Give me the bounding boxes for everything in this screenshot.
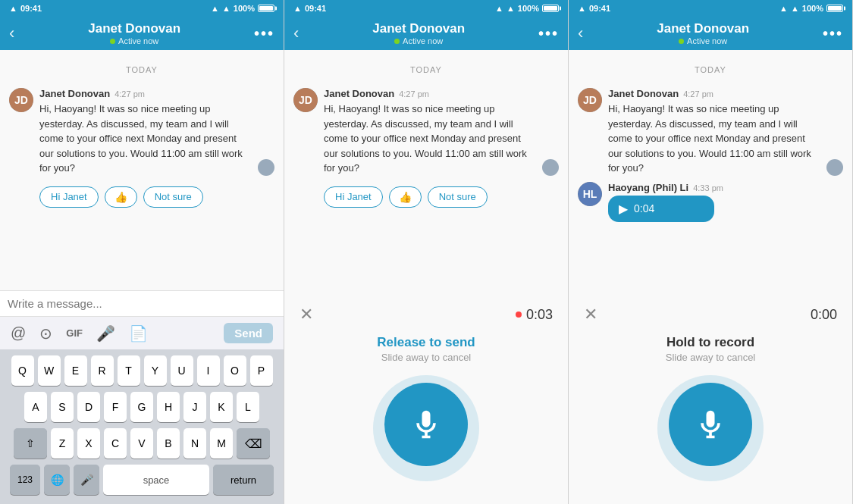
more-button-3[interactable]: ••• bbox=[823, 25, 843, 42]
file-icon[interactable]: 📄 bbox=[129, 324, 148, 343]
key-q[interactable]: Q bbox=[11, 355, 34, 386]
quick-reply-thumbs-up-2[interactable]: 👍 bbox=[389, 186, 422, 208]
contact-name-3: Janet Donovan bbox=[657, 21, 749, 36]
timer-label-2: 0:03 bbox=[526, 307, 553, 323]
cancel-recording-2[interactable]: ✕ bbox=[299, 305, 313, 324]
release-label: Release to send bbox=[377, 335, 475, 350]
key-globe[interactable]: 🌐 bbox=[44, 465, 70, 495]
quick-reply-thumbs-up[interactable]: 👍 bbox=[105, 186, 137, 208]
key-f[interactable]: F bbox=[104, 392, 127, 422]
key-n[interactable]: N bbox=[183, 428, 206, 459]
contact-status-3: Active now bbox=[679, 36, 727, 45]
panel-1: ▲ 09:41 ▲ ▲ 100% ‹ Janet Donovan Active … bbox=[0, 0, 284, 504]
time-3a: 4:27 pm bbox=[683, 89, 713, 99]
status-left: ▲ 09:41 bbox=[9, 4, 42, 13]
time-label-3: 09:41 bbox=[589, 4, 610, 13]
status-right: ▲ ▲ 100% bbox=[211, 4, 274, 13]
key-a[interactable]: A bbox=[24, 392, 47, 422]
key-r[interactable]: R bbox=[91, 355, 114, 386]
wifi-icon: ▲ bbox=[9, 4, 17, 13]
read-avatar-2 bbox=[542, 159, 559, 176]
keyboard-row-3: ⇧ Z X C V B N M ⌫ bbox=[3, 428, 281, 459]
panel1-header: ▲ 09:41 ▲ ▲ 100% ‹ Janet Donovan Active … bbox=[0, 0, 284, 50]
battery-label: 100% bbox=[234, 4, 255, 13]
key-t[interactable]: T bbox=[118, 355, 140, 386]
key-k[interactable]: K bbox=[210, 392, 233, 422]
mic-svg-3 bbox=[694, 408, 727, 441]
key-z[interactable]: Z bbox=[51, 428, 74, 459]
key-b[interactable]: B bbox=[157, 428, 180, 459]
key-p[interactable]: P bbox=[250, 355, 273, 386]
status-left-2: ▲ 09:41 bbox=[293, 4, 326, 13]
key-voice[interactable]: 🎤 bbox=[74, 465, 99, 495]
chat-area-3: TODAY JD Janet Donovan 4:27 pm Hi, Haoya… bbox=[569, 50, 852, 290]
key-delete[interactable]: ⌫ bbox=[237, 428, 270, 459]
mic-circle-2[interactable] bbox=[384, 383, 468, 466]
contact-status-2: Active now bbox=[394, 36, 443, 45]
battery-label-2: 100% bbox=[518, 4, 539, 13]
key-return[interactable]: return bbox=[213, 465, 274, 495]
gif-icon[interactable]: GIF bbox=[66, 327, 83, 339]
toolbar-icons-1: @ ⊙ GIF 🎤 📄 bbox=[11, 324, 148, 343]
quick-reply-hi-janet-2[interactable]: Hi Janet bbox=[324, 186, 383, 208]
key-space[interactable]: space bbox=[103, 465, 209, 495]
key-d[interactable]: D bbox=[77, 392, 100, 422]
key-u[interactable]: U bbox=[171, 355, 193, 386]
keyboard-row-1: Q W E R T Y U I O P bbox=[3, 355, 281, 386]
cancel-hold[interactable]: ✕ bbox=[584, 305, 597, 324]
status-left-3: ▲ 09:41 bbox=[578, 4, 610, 13]
message-text-1: Hi, Haoyang! It was so nice meeting up y… bbox=[39, 102, 252, 176]
play-icon[interactable]: ▶ bbox=[619, 202, 628, 216]
key-y[interactable]: Y bbox=[144, 355, 167, 386]
key-v[interactable]: V bbox=[130, 428, 153, 459]
key-i[interactable]: I bbox=[197, 355, 220, 386]
key-123[interactable]: 123 bbox=[10, 465, 40, 495]
key-e[interactable]: E bbox=[64, 355, 87, 386]
key-shift[interactable]: ⇧ bbox=[14, 428, 47, 459]
header-nav-1: ‹ Janet Donovan Active now ••• bbox=[9, 17, 274, 50]
status-right-3: ▲ ▲ 100% bbox=[779, 4, 843, 13]
hold-label-area: Hold to record Slide away to cancel bbox=[666, 335, 756, 363]
time-label: 09:41 bbox=[20, 4, 42, 13]
contact-status-1: Active now bbox=[110, 36, 158, 45]
key-o[interactable]: O bbox=[224, 355, 246, 386]
quick-reply-not-sure[interactable]: Not sure bbox=[143, 186, 203, 208]
hold-record-panel: ✕ 0:00 Hold to record Slide away to canc… bbox=[569, 290, 852, 504]
sender-1: Janet Donovan bbox=[39, 88, 110, 99]
key-g[interactable]: G bbox=[130, 392, 153, 422]
more-button-2[interactable]: ••• bbox=[538, 25, 559, 42]
slide-cancel-label-2: Slide away to cancel bbox=[377, 352, 475, 363]
active-dot-2 bbox=[394, 39, 400, 44]
more-button-1[interactable]: ••• bbox=[254, 25, 274, 42]
message-input-1[interactable] bbox=[8, 297, 276, 310]
chat-area-1: TODAY JD Janet Donovan 4:27 pm Hi, Haoya… bbox=[0, 50, 284, 290]
signal-icon-3b: ▲ bbox=[791, 4, 799, 13]
signal-icon-2b: ▲ bbox=[506, 4, 515, 13]
keyboard-1: Q W E R T Y U I O P A S D F G H J K L ⇧ … bbox=[0, 349, 284, 504]
voice-message[interactable]: ▶ 0:04 bbox=[608, 196, 714, 222]
key-m[interactable]: M bbox=[210, 428, 233, 459]
key-c[interactable]: C bbox=[104, 428, 127, 459]
key-j[interactable]: J bbox=[183, 392, 206, 422]
key-h[interactable]: H bbox=[157, 392, 180, 422]
key-w[interactable]: W bbox=[38, 355, 61, 386]
key-l[interactable]: L bbox=[237, 392, 259, 422]
active-dot-1 bbox=[110, 39, 115, 44]
quick-reply-hi-janet[interactable]: Hi Janet bbox=[39, 186, 99, 208]
camera-icon[interactable]: ⊙ bbox=[39, 324, 52, 343]
key-x[interactable]: X bbox=[77, 428, 100, 459]
key-s[interactable]: S bbox=[51, 392, 74, 422]
back-button-1[interactable]: ‹ bbox=[9, 25, 14, 42]
back-button-2[interactable]: ‹ bbox=[293, 25, 299, 42]
mic-circle-3[interactable] bbox=[669, 383, 752, 466]
send-button[interactable]: Send bbox=[224, 323, 273, 343]
mic-toolbar-icon[interactable]: 🎤 bbox=[96, 324, 115, 343]
avatar-janet-3: JD bbox=[578, 88, 602, 112]
message-header-1: Janet Donovan 4:27 pm bbox=[39, 88, 252, 99]
back-button-3[interactable]: ‹ bbox=[578, 25, 583, 42]
at-icon[interactable]: @ bbox=[11, 324, 26, 342]
quick-reply-not-sure-2[interactable]: Not sure bbox=[428, 186, 488, 208]
mic-outer-2 bbox=[373, 375, 479, 481]
hold-timer-label: 0:00 bbox=[811, 307, 837, 323]
battery-icon bbox=[258, 5, 274, 12]
